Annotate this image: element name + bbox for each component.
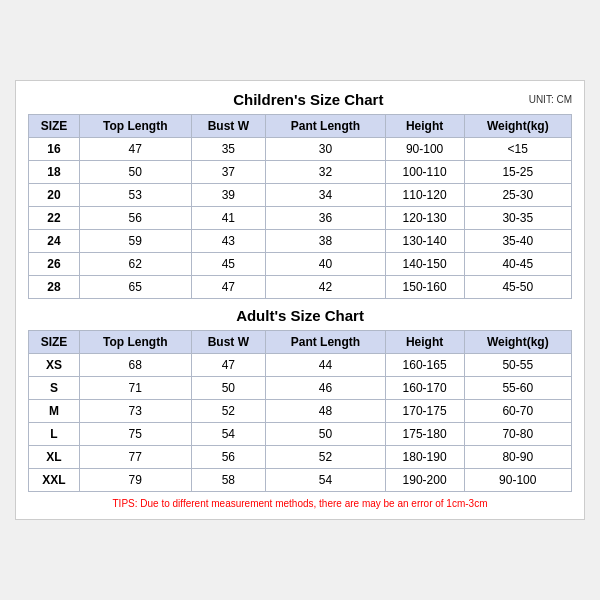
table-cell: 50 bbox=[191, 377, 266, 400]
adult-table: SIZE Top Length Bust W Pant Length Heigh… bbox=[28, 330, 572, 492]
table-cell: S bbox=[29, 377, 80, 400]
table-cell: L bbox=[29, 423, 80, 446]
table-cell: 20 bbox=[29, 184, 80, 207]
table-cell: 26 bbox=[29, 253, 80, 276]
table-cell: 52 bbox=[266, 446, 386, 469]
col-height-children: Height bbox=[385, 115, 464, 138]
unit-label: UNIT: CM bbox=[529, 94, 572, 105]
table-row: 24594338130-14035-40 bbox=[29, 230, 572, 253]
table-cell: 180-190 bbox=[385, 446, 464, 469]
table-cell: 35 bbox=[191, 138, 266, 161]
table-cell: 160-165 bbox=[385, 354, 464, 377]
table-cell: <15 bbox=[464, 138, 571, 161]
table-cell: 28 bbox=[29, 276, 80, 299]
children-chart-title: Children's Size Chart bbox=[88, 91, 529, 108]
table-cell: 150-160 bbox=[385, 276, 464, 299]
table-cell: 50 bbox=[79, 161, 191, 184]
table-cell: 90-100 bbox=[385, 138, 464, 161]
table-cell: 15-25 bbox=[464, 161, 571, 184]
table-cell: 59 bbox=[79, 230, 191, 253]
table-row: 28654742150-16045-50 bbox=[29, 276, 572, 299]
table-cell: 16 bbox=[29, 138, 80, 161]
col-weight-adult: Weight(kg) bbox=[464, 331, 571, 354]
col-top-length-children: Top Length bbox=[79, 115, 191, 138]
table-cell: 47 bbox=[79, 138, 191, 161]
table-cell: 50-55 bbox=[464, 354, 571, 377]
table-cell: XXL bbox=[29, 469, 80, 492]
table-cell: XS bbox=[29, 354, 80, 377]
table-cell: 43 bbox=[191, 230, 266, 253]
table-cell: 62 bbox=[79, 253, 191, 276]
table-cell: 54 bbox=[191, 423, 266, 446]
table-cell: 71 bbox=[79, 377, 191, 400]
table-cell: 110-120 bbox=[385, 184, 464, 207]
adults-title-row: Adult's Size Chart bbox=[28, 307, 572, 324]
table-cell: 45-50 bbox=[464, 276, 571, 299]
col-pant-length-children: Pant Length bbox=[266, 115, 386, 138]
table-row: M735248170-17560-70 bbox=[29, 400, 572, 423]
table-cell: 175-180 bbox=[385, 423, 464, 446]
table-cell: 58 bbox=[191, 469, 266, 492]
col-size-children: SIZE bbox=[29, 115, 80, 138]
table-cell: 77 bbox=[79, 446, 191, 469]
table-cell: M bbox=[29, 400, 80, 423]
table-cell: 18 bbox=[29, 161, 80, 184]
table-cell: 38 bbox=[266, 230, 386, 253]
table-cell: 40 bbox=[266, 253, 386, 276]
table-cell: 41 bbox=[191, 207, 266, 230]
table-cell: 130-140 bbox=[385, 230, 464, 253]
col-bust-w-children: Bust W bbox=[191, 115, 266, 138]
table-row: 18503732100-11015-25 bbox=[29, 161, 572, 184]
table-cell: 100-110 bbox=[385, 161, 464, 184]
table-cell: 30-35 bbox=[464, 207, 571, 230]
table-cell: 65 bbox=[79, 276, 191, 299]
table-cell: 160-170 bbox=[385, 377, 464, 400]
table-cell: 34 bbox=[266, 184, 386, 207]
table-row: S715046160-17055-60 bbox=[29, 377, 572, 400]
col-pant-length-adult: Pant Length bbox=[266, 331, 386, 354]
children-header-row: SIZE Top Length Bust W Pant Length Heigh… bbox=[29, 115, 572, 138]
table-cell: 53 bbox=[79, 184, 191, 207]
table-cell: 24 bbox=[29, 230, 80, 253]
table-cell: 56 bbox=[191, 446, 266, 469]
table-cell: 79 bbox=[79, 469, 191, 492]
table-cell: 45 bbox=[191, 253, 266, 276]
table-cell: 68 bbox=[79, 354, 191, 377]
table-cell: 32 bbox=[266, 161, 386, 184]
table-cell: 140-150 bbox=[385, 253, 464, 276]
table-cell: 54 bbox=[266, 469, 386, 492]
col-height-adult: Height bbox=[385, 331, 464, 354]
table-cell: 36 bbox=[266, 207, 386, 230]
table-cell: 60-70 bbox=[464, 400, 571, 423]
col-weight-children: Weight(kg) bbox=[464, 115, 571, 138]
table-cell: XL bbox=[29, 446, 80, 469]
table-cell: 75 bbox=[79, 423, 191, 446]
table-cell: 46 bbox=[266, 377, 386, 400]
table-row: XS684744160-16550-55 bbox=[29, 354, 572, 377]
table-cell: 70-80 bbox=[464, 423, 571, 446]
table-row: 22564136120-13030-35 bbox=[29, 207, 572, 230]
table-cell: 73 bbox=[79, 400, 191, 423]
adult-header-row: SIZE Top Length Bust W Pant Length Heigh… bbox=[29, 331, 572, 354]
table-cell: 48 bbox=[266, 400, 386, 423]
table-cell: 42 bbox=[266, 276, 386, 299]
table-row: L755450175-18070-80 bbox=[29, 423, 572, 446]
table-cell: 170-175 bbox=[385, 400, 464, 423]
table-cell: 55-60 bbox=[464, 377, 571, 400]
table-cell: 47 bbox=[191, 276, 266, 299]
table-cell: 120-130 bbox=[385, 207, 464, 230]
table-cell: 39 bbox=[191, 184, 266, 207]
adults-chart-title: Adult's Size Chart bbox=[28, 307, 572, 324]
table-cell: 40-45 bbox=[464, 253, 571, 276]
table-cell: 37 bbox=[191, 161, 266, 184]
table-row: XXL795854190-20090-100 bbox=[29, 469, 572, 492]
table-cell: 90-100 bbox=[464, 469, 571, 492]
table-row: XL775652180-19080-90 bbox=[29, 446, 572, 469]
col-size-adult: SIZE bbox=[29, 331, 80, 354]
tips-text: TIPS: Due to different measurement metho… bbox=[28, 498, 572, 509]
table-cell: 52 bbox=[191, 400, 266, 423]
table-cell: 50 bbox=[266, 423, 386, 446]
table-row: 20533934110-12025-30 bbox=[29, 184, 572, 207]
table-cell: 44 bbox=[266, 354, 386, 377]
table-cell: 22 bbox=[29, 207, 80, 230]
